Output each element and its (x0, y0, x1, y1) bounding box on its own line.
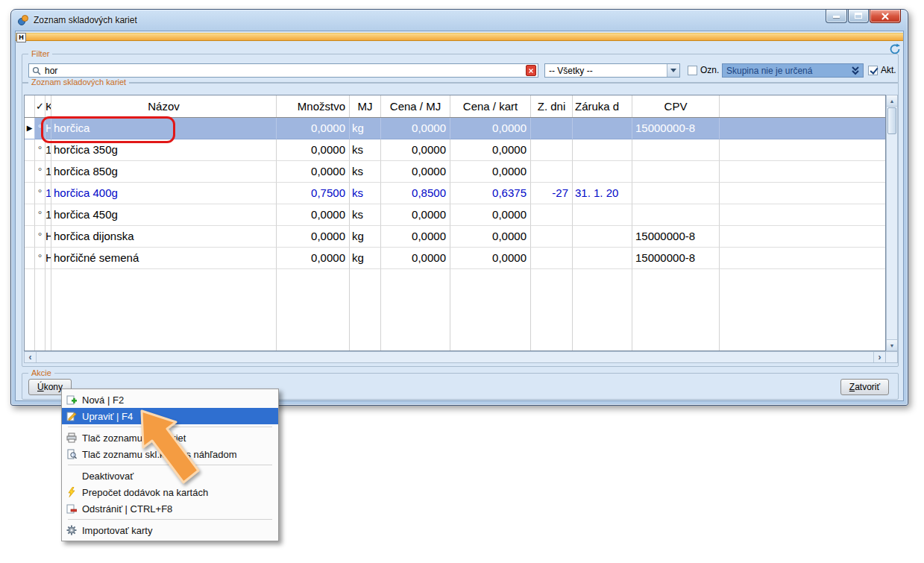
header-code[interactable]: K (45, 95, 51, 117)
cell-price-unit: 0,0000 (381, 161, 450, 183)
akt-checkbox[interactable]: Akt. (868, 65, 896, 75)
header-name[interactable]: Názov (51, 95, 277, 117)
group-filter-button[interactable]: Skupina nie je určená (722, 63, 864, 78)
cell-unit: kg (350, 226, 381, 248)
menu-item-recalc[interactable]: Prepočet dodávok na kartách (62, 484, 278, 500)
header-warranty[interactable]: Záruka d (573, 95, 632, 117)
scroll-up-button[interactable]: ▲ (887, 95, 897, 107)
akt-checkbox-box (868, 66, 878, 75)
vertical-scroll-thumb[interactable] (887, 107, 896, 134)
minimize-button[interactable] (826, 10, 847, 23)
clear-search-button[interactable] (526, 65, 536, 76)
cell-filler (51, 269, 277, 350)
cell-warranty (573, 226, 632, 248)
row-indicator (25, 248, 35, 269)
table-row[interactable]: ° 1 horčica 400g 0,7500 ks 0,8500 0,6375… (25, 183, 885, 204)
cell-price-pack: 0,0000 (450, 226, 531, 248)
row-indicator: ▶ (25, 118, 35, 139)
record-marker: ° (35, 248, 45, 269)
menu-item-import[interactable]: Importovať karty (62, 522, 278, 538)
cell-filler (720, 204, 885, 226)
cell-code: H (45, 248, 51, 269)
search-input[interactable]: hor (28, 63, 538, 78)
header-price-unit[interactable]: Cena / MJ (381, 95, 450, 117)
dropdown-button[interactable] (667, 64, 679, 77)
window-controls (826, 10, 901, 23)
close-icon (881, 12, 890, 21)
toolbar-strip: H (16, 33, 903, 41)
scroll-right-button[interactable]: › (873, 352, 885, 362)
minimize-icon (833, 16, 840, 18)
cell-z-days (531, 204, 573, 226)
row-indicator (25, 139, 35, 161)
cell-filler (720, 139, 885, 161)
cell-unit: ks (350, 139, 381, 161)
cell-unit: ks (350, 204, 381, 226)
horizontal-scrollbar[interactable]: ‹ › (24, 351, 886, 363)
ozn-checkbox-label: Ozn. (700, 65, 719, 75)
scroll-left-button[interactable]: ‹ (25, 352, 37, 362)
cell-filler (720, 269, 885, 350)
zatvorit-button[interactable]: Zatvoriť (840, 379, 889, 395)
table-row[interactable]: ° 1 horčica 450g 0,0000 ks 0,0000 0,0000 (25, 204, 885, 226)
cell-z-days: -27 (531, 183, 573, 204)
cell-price-unit: 0,0000 (381, 248, 450, 269)
cell-filler (720, 183, 885, 204)
delete-card-icon (66, 503, 78, 515)
scroll-down-button[interactable]: ▼ (887, 339, 897, 350)
maximize-icon (855, 13, 862, 19)
list-group-label: Zoznam skladových kariet (28, 78, 129, 87)
table-row[interactable]: ° H horčica dijonska 0,0000 kg 0,0000 0,… (25, 226, 885, 248)
actions-group-label: Akcie (28, 368, 54, 377)
cell-qty: 0,0000 (277, 118, 350, 139)
scrollbar-corner (886, 351, 898, 363)
table-row[interactable]: ° 1 horčica 850g 0,0000 ks 0,0000 0,0000 (25, 161, 885, 183)
row-indicator (25, 161, 35, 183)
cell-filler (573, 269, 632, 350)
record-marker: ° (35, 183, 45, 204)
header-z-days[interactable]: Z. dni (531, 95, 573, 117)
menu-item-label: Deaktivovať (82, 471, 133, 482)
table-empty-area (25, 269, 885, 350)
group-filter-label: Skupina nie je určená (726, 66, 812, 76)
zatvorit-rest: atvoriť (855, 382, 880, 392)
header-price-pack[interactable]: Cena / kart (450, 95, 531, 117)
chevron-down-icon (670, 69, 676, 72)
cell-filler (720, 226, 885, 248)
double-chevron-down-icon (852, 66, 859, 75)
maximize-button[interactable] (848, 10, 869, 23)
print-icon (66, 432, 78, 444)
menu-item-new[interactable]: Nová | F2 (62, 391, 278, 408)
header-unit[interactable]: MJ (350, 95, 381, 117)
ozn-checkbox[interactable]: Ozn. (688, 65, 719, 75)
menu-item-label: Importovať karty (82, 525, 152, 536)
cell-unit: ks (350, 161, 381, 183)
cell-qty: 0,0000 (277, 161, 350, 183)
header-indicator (25, 95, 35, 117)
page: Zoznam skladových kariet H Filter (0, 0, 924, 563)
cell-warranty (573, 161, 632, 183)
cell-filler (350, 269, 381, 350)
header-qty[interactable]: Množstvo (277, 95, 350, 117)
close-button[interactable] (870, 10, 901, 23)
record-marker: ° (35, 161, 45, 183)
header-check[interactable]: ✓ (35, 95, 45, 117)
menu-item-delete[interactable]: Odstrániť | CTRL+F8 (62, 500, 278, 517)
type-dropdown[interactable]: -- Všetky -- (544, 63, 680, 78)
cell-name: horčica dijonska (51, 226, 277, 248)
edit-icon (66, 410, 78, 422)
filter-group-label: Filter (28, 49, 52, 58)
table-row[interactable]: ° H horčičné semená 0,0000 kg 0,0000 0,0… (25, 248, 885, 269)
h-badge[interactable]: H (16, 33, 26, 43)
cell-filler (720, 161, 885, 183)
cell-warranty (573, 139, 632, 161)
vertical-scrollbar[interactable]: ▲ ▼ (886, 95, 898, 351)
menu-item-label: Upraviť | F4 (82, 411, 133, 422)
header-cpv[interactable]: CPV (632, 95, 720, 117)
app-icon (17, 14, 29, 26)
row-indicator (25, 204, 35, 226)
cell-price-pack: 0,0000 (450, 248, 531, 269)
ukony-hotkey: Ú (37, 382, 44, 392)
cell-price-unit: 0,0000 (381, 204, 450, 226)
row-indicator (25, 226, 35, 248)
